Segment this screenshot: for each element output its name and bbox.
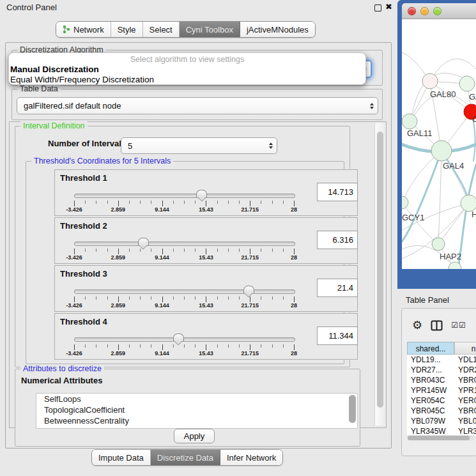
- bottom-tab-bar: Impute DataDiscretize DataInfer Network: [91, 449, 283, 466]
- table-cell: YER054C: [407, 395, 454, 406]
- table-cell: YBR0: [454, 375, 476, 385]
- attributes-group-title: Attributes to discretize: [20, 364, 104, 373]
- tick-label: 9.144: [155, 350, 169, 357]
- slider-track[interactable]: [74, 194, 295, 198]
- network-node-node-top-right[interactable]: [459, 76, 475, 91]
- checked-checkboxes-icon[interactable]: ☑☑: [451, 321, 466, 330]
- tab-label: Discretize Data: [157, 453, 213, 463]
- table-cell: YBR0: [454, 406, 476, 416]
- column-layout-icon[interactable]: [431, 320, 443, 331]
- table-row[interactable]: YBL079WYBL0: [407, 416, 476, 426]
- tab-impute-data[interactable]: Impute Data: [92, 450, 151, 465]
- table-row[interactable]: YER054CYER0: [407, 395, 476, 406]
- tab-infer-network[interactable]: Infer Network: [220, 450, 282, 465]
- slider-thumb[interactable]: [138, 238, 149, 245]
- threshold-value-field[interactable]: 11.344: [317, 326, 358, 345]
- table-row[interactable]: YPR145WYPR1: [407, 385, 476, 395]
- tick-label: 9.144: [155, 206, 169, 213]
- network-node-hap2[interactable]: [432, 238, 445, 250]
- tick-label: 2.859: [111, 302, 126, 309]
- gear-icon[interactable]: ⚙: [412, 319, 422, 331]
- threshold-label: Threshold 3: [60, 269, 107, 279]
- threshold-row: Threshold 1-3.4262.8599.14415.4321.71528…: [54, 169, 358, 216]
- table-row[interactable]: YBR043CYBR0: [407, 375, 476, 385]
- network-node-label: GA: [469, 92, 476, 102]
- tick-label: -3.426: [66, 206, 82, 213]
- threshold-row: Threshold 2-3.4262.8599.14415.4321.71528…: [54, 217, 358, 264]
- table-row[interactable]: YDR27...YDR2: [407, 365, 476, 375]
- slider-thumb[interactable]: [173, 334, 184, 341]
- close-traffic-light-icon[interactable]: [408, 7, 416, 15]
- network-node-gcy1[interactable]: [402, 196, 408, 209]
- slider-track[interactable]: [74, 337, 295, 342]
- tick-label: 15.43: [199, 302, 213, 309]
- attribute-list-item[interactable]: TopologicalCoefficient: [36, 404, 357, 415]
- horizontal-scrollbar[interactable]: [407, 435, 475, 441]
- minimize-traffic-light-icon[interactable]: [420, 7, 429, 15]
- table-row[interactable]: YBR045CYBR0: [407, 406, 476, 416]
- tab-style[interactable]: Style: [111, 22, 143, 37]
- threshold-row: Threshold 4-3.4262.8599.14415.4321.71528…: [54, 313, 358, 360]
- tab-select[interactable]: Select: [143, 22, 180, 37]
- number-of-intervals-label: Number of Intervals: [48, 139, 126, 148]
- network-window-titlebar: [402, 3, 476, 19]
- table-row[interactable]: YLR345WYLR3: [407, 426, 476, 435]
- table-cell: YBR043C: [407, 375, 454, 385]
- network-node-label: HAP2: [440, 252, 461, 261]
- node-attribute-table[interactable]: shared...n YDL19...YDL1YDR27...YDR2YBR04…: [407, 342, 476, 435]
- slider-thumb[interactable]: [243, 286, 254, 293]
- list-scrollbar-thumb[interactable]: [349, 395, 356, 423]
- popup-placeholder-option[interactable]: Select algorithm to view settings: [9, 55, 365, 65]
- threshold-value-field[interactable]: 6.316: [317, 231, 358, 249]
- slider-tick-labels: -3.4262.8599.14415.4321.71528: [74, 350, 294, 358]
- table-data-group: Table Data galFiltered.sif default node: [12, 89, 383, 120]
- threshold-label: Threshold 4: [60, 317, 107, 326]
- table-cell: YPR145W: [407, 385, 454, 395]
- attribute-list-item[interactable]: SelfLoops: [36, 394, 357, 404]
- slider-major-ticks: [74, 249, 295, 254]
- popup-option-equal-width-frequency[interactable]: Equal Width/Frequency Discretization: [9, 75, 365, 85]
- network-node-gal11[interactable]: [402, 114, 417, 129]
- network-canvas[interactable]: GAL80GACGAL11GAL4GCY1HHAP2: [402, 19, 476, 269]
- slider-tick-labels: -3.4262.8599.14415.4321.71528: [74, 254, 294, 262]
- tab-cyni-toolbox[interactable]: Cyni Toolbox: [180, 22, 240, 37]
- table-column-header[interactable]: n: [454, 342, 476, 355]
- thresholds-group-title: Threshold's Coordinates for 5 Intervals: [31, 157, 173, 165]
- tab-label: Cyni Toolbox: [186, 25, 233, 35]
- thresholds-group: Threshold's Coordinates for 5 Intervals …: [26, 161, 344, 364]
- number-of-intervals-combobox[interactable]: 5: [121, 137, 277, 154]
- tab-jactivemnodules[interactable]: jActiveMNodules: [240, 22, 315, 37]
- control-panel-titlebar: Control Panel ✖: [0, 0, 396, 15]
- table-cell: YDR27...: [407, 365, 454, 375]
- float-window-icon[interactable]: [374, 4, 381, 12]
- popup-option-manual-discretization[interactable]: Manual Discretization: [9, 65, 365, 75]
- slider-track[interactable]: [74, 242, 295, 246]
- apply-button[interactable]: Apply: [174, 429, 215, 443]
- tab-discretize-data[interactable]: Discretize Data: [151, 450, 220, 465]
- slider-major-ticks: [74, 296, 295, 302]
- tab-label: Impute Data: [98, 453, 144, 463]
- tick-label: 28: [291, 350, 297, 357]
- table-column-header[interactable]: shared...: [407, 342, 454, 355]
- table-row[interactable]: YDL19...YDL1: [407, 355, 476, 365]
- slider-track[interactable]: [74, 289, 295, 294]
- threshold-value-field[interactable]: 14.713: [317, 183, 358, 201]
- hscrollbar-thumb[interactable]: [408, 436, 470, 440]
- threshold-label: Threshold 2: [60, 221, 107, 231]
- tick-label: 21.715: [241, 302, 259, 309]
- threshold-value-field[interactable]: 21.4: [317, 279, 358, 297]
- attribute-list-item[interactable]: BetweennessCentrality: [36, 415, 357, 426]
- table-cell: YBR045C: [407, 406, 454, 416]
- numerical-attributes-list[interactable]: SelfLoopsTopologicalCoefficientBetweenne…: [36, 393, 358, 429]
- close-icon[interactable]: ✖: [385, 2, 392, 12]
- network-node-gal80[interactable]: [422, 73, 438, 89]
- slider-thumb[interactable]: [196, 190, 207, 197]
- scrollbar-thumb[interactable]: [377, 132, 383, 408]
- table-data-combobox[interactable]: galFiltered.sif default node: [17, 97, 378, 114]
- vertical-scrollbar[interactable]: [374, 123, 385, 426]
- zoom-traffic-light-icon[interactable]: [433, 7, 441, 15]
- network-node-label: GAL4: [443, 161, 464, 171]
- network-node-gal4[interactable]: [431, 141, 452, 161]
- tab-network[interactable]: Network: [56, 22, 111, 37]
- table-cell: YBL079W: [407, 416, 454, 426]
